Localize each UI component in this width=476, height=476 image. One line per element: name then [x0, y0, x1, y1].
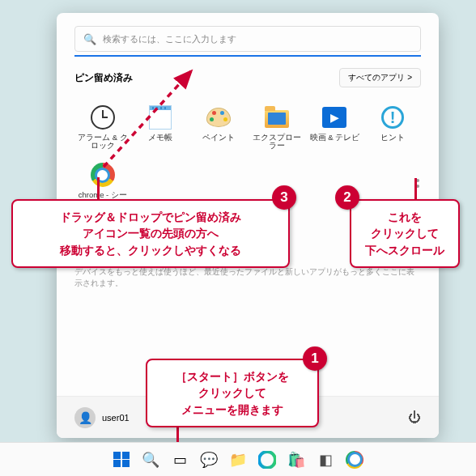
taskbar-chat[interactable]: 💬 [197, 448, 221, 472]
callout-text: これを [363, 209, 447, 225]
avatar-icon: 👤 [74, 407, 96, 428]
callout-text: 移動すると、クリックしやすくなる [24, 242, 277, 258]
chrome-icon [89, 161, 117, 189]
app-notepad[interactable]: メモ帳 [133, 100, 189, 155]
taskbar-edge[interactable] [255, 448, 279, 472]
user-account-button[interactable]: 👤 user01 [74, 407, 130, 428]
edge-icon [258, 451, 276, 469]
app-label: ペイント [202, 134, 235, 151]
app-label: エクスプローラー [249, 134, 305, 151]
callout-badge-3: 3 [272, 185, 296, 210]
search-input[interactable]: 🔍 検索するには、ここに入力します [74, 26, 421, 52]
app-alarms-clock[interactable]: アラーム & クロック [74, 100, 131, 155]
movies-icon: ▶ [321, 104, 348, 131]
app-paint[interactable]: ペイント [190, 100, 247, 155]
taskbar-task-view[interactable]: ▭ [168, 448, 192, 472]
taskbar-store[interactable]: 🛍️ [284, 448, 308, 472]
taskbar: 🔍 ▭ 💬 📁 🛍️ ◧ [0, 442, 476, 476]
callout-text: 下へスクロール [363, 242, 447, 258]
pinned-scroll-next[interactable] [416, 179, 419, 188]
search-placeholder: 検索するには、ここに入力します [103, 33, 236, 45]
all-apps-button[interactable]: すべてのアプリ > [339, 68, 421, 87]
lightbulb-icon: ! [379, 104, 406, 131]
windows-logo-icon [113, 452, 130, 468]
power-icon: ⏻ [408, 410, 421, 424]
notepad-icon [147, 104, 174, 131]
app-label: 映画 & テレビ [310, 134, 360, 151]
app-explorer[interactable]: エクスプローラー [249, 100, 305, 155]
callout-1: ［スタート］ボタンを クリックして メニューを開きます [146, 359, 319, 427]
pinned-header: ピン留め済み すべてのアプリ > [74, 68, 421, 87]
taskbar-explorer[interactable]: 📁 [226, 448, 250, 472]
dot-icon [416, 185, 419, 188]
callout-2: これを クリックして 下へスクロール [350, 199, 460, 268]
taskbar-chrome[interactable] [342, 448, 367, 472]
callout-3: ドラッグ＆ドロップでピン留め済み アイコン一覧の先頭の方へ 移動すると、クリック… [11, 199, 290, 268]
callout-text: アイコン一覧の先頭の方へ [24, 225, 277, 241]
app-movies-tv[interactable]: ▶ 映画 & テレビ [307, 100, 363, 155]
user-name: user01 [102, 413, 130, 423]
taskbar-app[interactable]: ◧ [313, 448, 338, 472]
chat-icon: 💬 [200, 451, 218, 469]
callout-text: メニューを開きます [159, 402, 306, 418]
callout-badge-2: 2 [335, 185, 359, 210]
recommended-desc: デバイスをもっと使えば使うほど、最近使ったファイルと新しいアプリがもっと多くここ… [74, 266, 421, 289]
search-icon: 🔍 [83, 33, 96, 45]
app-label: ヒント [380, 134, 405, 151]
clock-icon [89, 104, 117, 131]
taskbar-search[interactable]: 🔍 [138, 448, 163, 472]
chrome-icon [346, 451, 363, 469]
dot-icon [416, 179, 419, 182]
store-icon: 🛍️ [287, 451, 305, 469]
search-focus-underline [74, 55, 421, 57]
pinned-grid: アラーム & クロック メモ帳 ペイント エクスプローラー ▶ 映画 & テレビ [74, 100, 421, 212]
svg-point-2 [259, 452, 275, 468]
app-label: メモ帳 [148, 134, 172, 151]
callout-text: ［スタート］ボタンを [159, 368, 306, 385]
callout-text: ドラッグ＆ドロップでピン留め済み [24, 209, 277, 225]
start-button[interactable] [109, 448, 134, 472]
paint-icon [205, 104, 232, 131]
app-icon: ◧ [319, 451, 333, 469]
callout-text: クリックして [363, 225, 447, 241]
task-view-icon: ▭ [173, 451, 187, 469]
power-button[interactable]: ⏻ [408, 410, 421, 425]
folder-icon [263, 104, 291, 131]
app-tips[interactable]: ! ヒント [364, 100, 421, 155]
callout-badge-1: 1 [303, 346, 327, 371]
search-icon: 🔍 [142, 451, 159, 469]
pinned-title: ピン留め済み [74, 71, 133, 85]
app-label: アラーム & クロック [74, 134, 131, 151]
callout-text: クリックして [159, 385, 306, 401]
folder-icon: 📁 [229, 451, 247, 469]
